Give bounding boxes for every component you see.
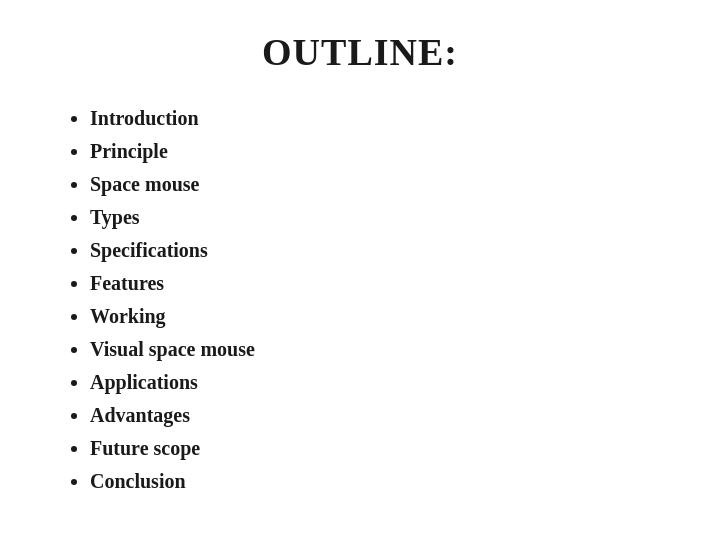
list-item: Future scope (90, 432, 660, 465)
list-item: Space mouse (90, 168, 660, 201)
list-item: Features (90, 267, 660, 300)
outline-list: IntroductionPrincipleSpace mouseTypesSpe… (60, 102, 660, 498)
list-item: Conclusion (90, 465, 660, 498)
list-item: Specifications (90, 234, 660, 267)
list-item: Applications (90, 366, 660, 399)
list-item: Principle (90, 135, 660, 168)
list-item: Visual space mouse (90, 333, 660, 366)
slide: OUTLINE: IntroductionPrincipleSpace mous… (0, 0, 720, 540)
list-item: Introduction (90, 102, 660, 135)
list-item: Types (90, 201, 660, 234)
list-item: Working (90, 300, 660, 333)
slide-title: OUTLINE: (262, 30, 458, 74)
list-item: Advantages (90, 399, 660, 432)
